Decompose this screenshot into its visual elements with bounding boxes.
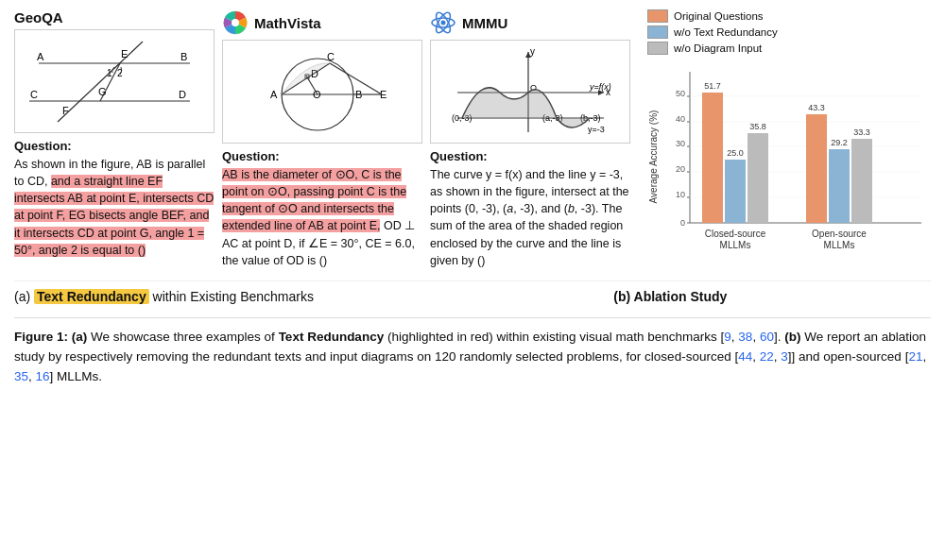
bar-closed-no-text: [725, 160, 746, 223]
mmmu-icon: [430, 9, 456, 36]
ref-21[interactable]: 21: [908, 349, 922, 364]
svg-text:40: 40: [676, 114, 685, 124]
bar-closed-original: [702, 93, 723, 223]
figure-b-final: ] MLLMs.: [50, 369, 103, 383]
mmmu-question-text: The curve y = f(x) and the line y = -3, …: [430, 166, 630, 269]
mmmu-column: MMMU x y O (0,-3) (a,-3) (b,-3) y=f(x): [430, 9, 630, 269]
bar-closed-no-diagram: [747, 133, 768, 223]
figure-a-text: We showcase three examples of: [87, 330, 278, 344]
svg-text:0: 0: [680, 218, 685, 228]
figure-caption: Figure 1: (a) We showcase three examples…: [14, 317, 931, 387]
legend-swatch-original: [647, 9, 668, 23]
mathvista-label: MathVista: [254, 15, 321, 31]
mathvista-question-label: Question:: [222, 149, 422, 163]
mathvista-header: MathVista: [222, 9, 422, 36]
mathvista-column: MathVista A B O E C: [222, 9, 422, 269]
svg-text:MLLMs: MLLMs: [824, 240, 855, 250]
svg-text:E: E: [121, 48, 128, 59]
legend-item-original: Original Questions: [647, 9, 931, 23]
geoqa-svg: A B C D E F G 1 2: [29, 37, 199, 127]
figure-a-bold: (a): [72, 330, 88, 344]
svg-text:C: C: [30, 89, 38, 100]
caption-a-highlight: Text Redundancy: [34, 289, 149, 304]
ref-38[interactable]: 38: [738, 330, 752, 344]
legend-item-no-diagram: w/o Diagram Input: [647, 42, 931, 55]
mmmu-header: MMMU: [430, 9, 630, 36]
svg-text:20: 20: [676, 164, 685, 174]
figure-b-bold: (b): [784, 330, 800, 344]
mmmu-question-label: Question:: [430, 149, 630, 163]
ref-60[interactable]: 60: [760, 330, 774, 344]
ref-44[interactable]: 44: [738, 349, 752, 364]
svg-text:F: F: [62, 105, 69, 116]
svg-text:43.3: 43.3: [808, 103, 825, 112]
bar-open-no-diagram: [851, 139, 872, 223]
svg-text:30: 30: [676, 139, 685, 148]
svg-text:G: G: [98, 86, 107, 97]
ref-16[interactable]: 16: [36, 369, 50, 383]
ref-3[interactable]: 3: [781, 349, 788, 364]
caption-row: (a) Text Redundancy within Existing Benc…: [14, 280, 931, 304]
mathvista-svg: A B O E C D: [249, 47, 396, 137]
mmmu-label: MMMU: [462, 15, 507, 31]
caption-left: (a) Text Redundancy within Existing Benc…: [14, 289, 585, 304]
legend-item-no-text: w/o Text Redundancy: [647, 25, 931, 39]
mmmu-svg: x y O (0,-3) (a,-3) (b,-3) y=f(x) y=-3: [448, 47, 613, 137]
chart-legend: Original Questions w/o Text Redundancy w…: [647, 9, 931, 55]
svg-text:50: 50: [676, 89, 685, 98]
bar-open-no-text: [829, 149, 850, 223]
figure-label: Figure 1:: [14, 330, 72, 344]
svg-text:Closed-source: Closed-source: [705, 229, 766, 239]
legend-label-no-diagram: w/o Diagram Input: [674, 42, 762, 54]
svg-text:10: 10: [676, 190, 685, 199]
legend-label-original: Original Questions: [674, 10, 764, 22]
figure-a-end: (highlighted in red) within existing vis…: [384, 330, 724, 344]
geoqa-highlight: and a straight line EF intersects AB at …: [14, 175, 214, 257]
mathvista-highlight: AB is the diameter of ⊙O, C is the point…: [222, 168, 406, 232]
mathvista-icon: [222, 9, 249, 36]
ref-22[interactable]: 22: [760, 349, 774, 364]
svg-text:B: B: [180, 51, 187, 62]
svg-text:D: D: [179, 89, 186, 100]
mathvista-question-text: AB is the diameter of ⊙O, C is the point…: [222, 166, 422, 269]
svg-text:51.7: 51.7: [704, 81, 721, 91]
caption-a-rest: within Existing Benchmarks: [149, 289, 314, 304]
legend-label-no-text: w/o Text Redundancy: [674, 26, 778, 38]
svg-point-14: [232, 19, 239, 26]
geoqa-header: GeoQA: [14, 9, 215, 25]
svg-text:33.3: 33.3: [853, 127, 870, 137]
svg-text:y=f(x): y=f(x): [589, 82, 611, 92]
svg-text:25.0: 25.0: [727, 148, 744, 158]
svg-text:Average Accuracy (%): Average Accuracy (%): [648, 110, 659, 204]
geoqa-label: GeoQA: [14, 9, 63, 25]
svg-text:29.2: 29.2: [831, 138, 848, 147]
bar-chart-svg: Average Accuracy (%) 0 10 20 30 40 50: [647, 62, 931, 261]
figure-b-end: ] and open-sourced [: [792, 349, 909, 364]
caption-a-label: (a): [14, 289, 30, 304]
svg-text:35.8: 35.8: [749, 122, 766, 131]
figure-text-redundancy-bold: Text Redundancy: [279, 330, 385, 344]
legend-swatch-no-text: [647, 25, 668, 39]
mmmu-diagram: x y O (0,-3) (a,-3) (b,-3) y=f(x) y=-3: [430, 40, 630, 144]
legend-swatch-no-diagram: [647, 42, 668, 55]
caption-b-label: (b) Ablation Study: [585, 289, 931, 304]
geoqa-question-text: As shown in the figure, AB is parallel t…: [14, 156, 215, 259]
ref-9[interactable]: 9: [724, 330, 731, 344]
svg-text:y=-3: y=-3: [588, 125, 605, 134]
svg-point-31: [441, 21, 446, 25]
svg-text:A: A: [37, 51, 44, 62]
svg-text:A: A: [270, 89, 278, 100]
ref-35[interactable]: 35: [14, 369, 28, 383]
svg-text:C: C: [327, 51, 335, 62]
top-section: GeoQA A B C D E F: [14, 9, 931, 269]
geoqa-column: GeoQA A B C D E F: [14, 9, 215, 269]
svg-text:Open-source: Open-source: [812, 229, 867, 239]
geoqa-question-label: Question:: [14, 139, 215, 153]
chart-column: Original Questions w/o Text Redundancy w…: [638, 9, 931, 269]
svg-line-6: [58, 42, 143, 122]
svg-text:MLLMs: MLLMs: [720, 240, 751, 250]
geoqa-diagram: A B C D E F G 1 2: [14, 29, 215, 133]
mathvista-diagram: A B O E C D: [222, 40, 422, 144]
svg-text:y: y: [530, 47, 535, 57]
bar-open-original: [806, 114, 827, 223]
